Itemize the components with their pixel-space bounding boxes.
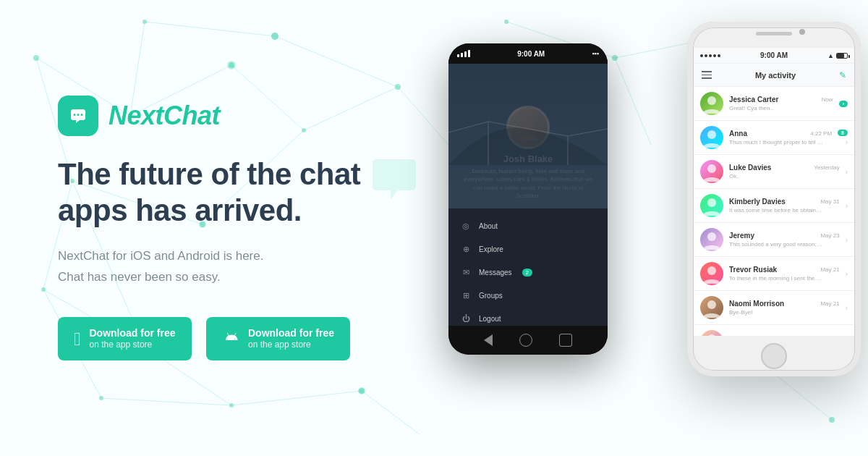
edit-icon[interactable]: ✎: [839, 70, 846, 80]
messages-badge: 2: [522, 269, 532, 276]
subtitle-line2: Chat has never been so easy.: [58, 270, 221, 284]
android-nav-bar: [448, 326, 608, 355]
svg-point-70: [707, 334, 716, 336]
avatar-trevor: [700, 262, 723, 285]
menu-item-logout[interactable]: ⏻ Logout: [448, 307, 608, 326]
android-phone-mockup: 9:00 AM ▪▪▪: [448, 43, 608, 355]
android-icon: [222, 329, 239, 349]
iphone-screen: 9:00 AM ▲ My activity ✎: [693, 48, 855, 336]
chat-item-trevor[interactable]: Trevor Rusiak May 21 To these in the mor…: [693, 257, 855, 291]
badge-jessica: ›: [839, 101, 848, 107]
explore-icon: ⊕: [460, 243, 472, 255]
avatar-jessica: [700, 92, 723, 115]
groups-icon: ⊞: [460, 290, 472, 301]
iphone-speaker: [756, 32, 792, 35]
avatar-luke: [700, 160, 723, 183]
subtitle-line1: NextChat for iOS and Android is here.: [58, 249, 263, 263]
android-button-text: Download for free on the app store: [248, 327, 334, 350]
svg-point-55: [77, 114, 80, 116]
chat-info-jessica: Jessica Carter Now Great! Cya then..: [729, 96, 833, 111]
tagline: The future of the chat apps has arrived.: [58, 156, 405, 229]
left-panel: NextChat The future of the chat apps has…: [0, 52, 448, 405]
app-logo-icon: [58, 96, 98, 136]
signal-bars: [457, 50, 470, 57]
chat-item-luke[interactable]: Luke Davies Yesterday Ok. ›: [693, 155, 855, 189]
apple-icon: : [74, 329, 81, 348]
buttons-row:  Download for free on the app store Dow…: [58, 317, 405, 360]
avatar-naomi: [700, 296, 723, 319]
android-status-bar: 9:00 AM ▪▪▪: [448, 43, 608, 64]
logo-row: NextChat: [58, 96, 405, 136]
avatar-jess: [700, 330, 723, 336]
svg-line-61: [568, 129, 608, 136]
android-download-button[interactable]: Download for free on the app store: [206, 317, 350, 360]
profile-hero: Josh Blake Doorman, human being, here an…: [448, 64, 608, 208]
svg-point-66: [707, 198, 716, 207]
chat-item-kimberly[interactable]: Kimberly Davies May 31 It was some time …: [693, 189, 855, 223]
about-icon: ◎: [460, 220, 472, 232]
chat-item-jeremy[interactable]: Jeremy May 23 This sounded a very good r…: [693, 223, 855, 257]
ios-download-button[interactable]:  Download for free on the app store: [58, 317, 192, 360]
nav-title: My activity: [755, 71, 796, 80]
chat-item-anna[interactable]: Anna 4:22 PM Thus much I thought proper …: [693, 121, 855, 155]
menu-item-explore[interactable]: ⊕ Explore: [448, 237, 608, 261]
home-button[interactable]: [519, 334, 532, 347]
logout-icon: ⏻: [460, 313, 472, 324]
badge-anna: 8: [838, 130, 848, 136]
avatar-jeremy: [700, 228, 723, 251]
iphone-nav-bar: My activity ✎: [693, 64, 855, 87]
chat-item-naomi[interactable]: Naomi Morrison May 21 Bye-Bye! ›: [693, 291, 855, 325]
avatar-anna: [700, 126, 723, 149]
iphone-camera: [799, 29, 805, 35]
back-button[interactable]: [484, 334, 493, 346]
battery-icon: [836, 53, 848, 59]
svg-line-59: [448, 122, 488, 132]
iphone-time: 9:00 AM: [760, 51, 788, 59]
android-time: 9:00 AM: [517, 50, 545, 58]
svg-point-68: [707, 266, 716, 275]
iphone-status-bar: 9:00 AM ▲: [693, 48, 855, 64]
svg-point-63: [707, 96, 716, 105]
iphone-home-button[interactable]: [761, 343, 787, 369]
svg-point-64: [707, 130, 716, 139]
wifi-icon: ▲: [827, 52, 834, 59]
messages-icon: ✉: [460, 266, 472, 278]
iphone-mockup: 9:00 AM ▲ My activity ✎: [687, 22, 861, 376]
svg-point-67: [707, 232, 716, 241]
android-side-menu: ◎ About ⊕ Explore ✉ Messages 2 ⊞ Group: [448, 208, 608, 326]
menu-item-groups[interactable]: ⊞ Groups: [448, 284, 608, 307]
svg-point-65: [707, 164, 716, 173]
recents-button[interactable]: [559, 334, 572, 347]
chat-list: Jessica Carter Now Great! Cya then.. ›: [693, 87, 855, 336]
iphone-battery: ▲: [827, 52, 848, 59]
avatar-kimberly: [700, 194, 723, 217]
brand-name: NextChat: [109, 101, 220, 131]
chat-item-jessica[interactable]: Jessica Carter Now Great! Cya then.. ›: [693, 87, 855, 121]
chat-item-jess[interactable]: Jess Morrison May 21 ›: [693, 325, 855, 336]
android-battery: ▪▪▪: [592, 50, 599, 57]
hamburger-icon[interactable]: [702, 71, 712, 79]
svg-point-69: [707, 300, 716, 309]
phones-panel: 9:00 AM ▪▪▪: [434, 0, 868, 456]
android-screen-content: Josh Blake Doorman, human being, here an…: [448, 64, 608, 326]
chat-bubble-decoration: [369, 159, 420, 206]
ios-button-text: Download for free on the app store: [90, 327, 176, 350]
iphone-signal: [700, 54, 720, 57]
menu-item-messages[interactable]: ✉ Messages 2: [448, 261, 608, 284]
svg-point-54: [74, 114, 76, 116]
menu-item-about[interactable]: ◎ About: [448, 214, 608, 237]
subtitle: NextChat for iOS and Android is here. Ch…: [58, 246, 405, 288]
svg-point-56: [81, 114, 83, 116]
